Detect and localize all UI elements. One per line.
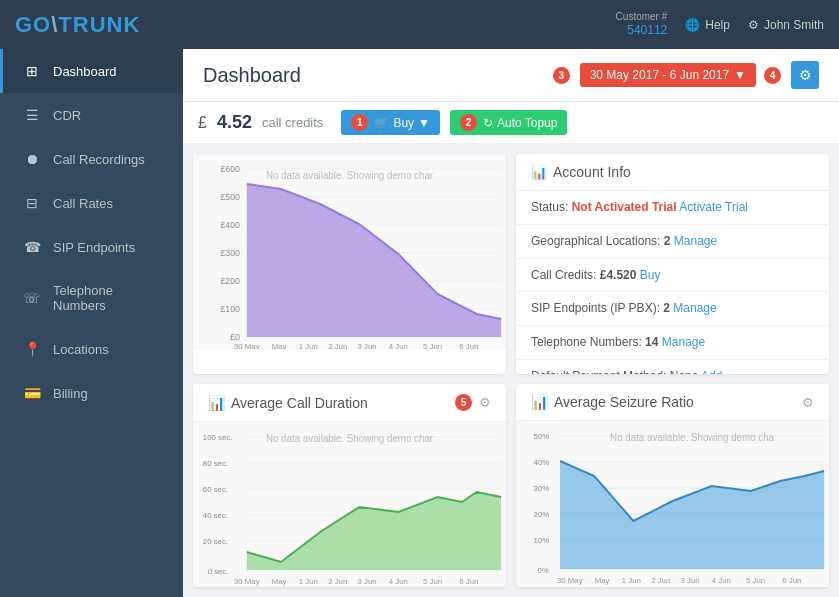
geo-manage-link[interactable]: Manage [674,234,717,248]
dashboard-settings-button[interactable]: ⚙ [791,61,819,89]
top-right-area: Customer # 540112 🌐 Help ⚙ John Smith [616,10,824,39]
sidebar-item-call-rates[interactable]: ⊟ Call Rates [0,181,183,225]
chart-bar-icon: 📊 [531,165,547,180]
content-area: Dashboard 3 30 May 2017 - 6 Jun 2017 ▼ 4… [183,49,839,597]
svg-text:£400: £400 [220,220,240,230]
call-cost-chart-card: £600 £500 £400 £300 £200 £100 £0 [193,154,506,374]
sidebar-item-dashboard[interactable]: ⊞ Dashboard [0,49,183,93]
buy-chevron: ▼ [418,116,430,130]
svg-text:30 May: 30 May [234,577,260,586]
svg-text:30%: 30% [534,484,550,493]
svg-text:3 Jun: 3 Jun [358,342,377,349]
sidebar-item-cdr[interactable]: ☰ CDR [0,93,183,137]
svg-text:May: May [272,577,287,586]
date-range-badge: 3 [553,67,570,84]
credits-key: Call Credits: [531,268,596,282]
currency-symbol: £ [198,114,207,132]
call-cost-svg: £600 £500 £400 £300 £200 £100 £0 [193,154,506,349]
svg-text:4 Jun: 4 Jun [389,577,408,586]
avg-seizure-chart-card: 📊 Average Seizure Ratio ⚙ 50% 40% 30% 20… [516,384,829,587]
svg-text:6 Jun: 6 Jun [782,576,801,585]
avg-duration-label: Average Call Duration [231,395,368,411]
payment-value: None [670,369,699,374]
svg-text:80 sec.: 80 sec. [203,459,228,468]
svg-text:10%: 10% [534,536,550,545]
sidebar-label-locations: Locations [53,342,109,357]
sidebar-item-sip-endpoints[interactable]: ☎ SIP Endpoints [0,225,183,269]
sidebar-item-billing[interactable]: 💳 Billing [0,371,183,415]
svg-text:40 sec.: 40 sec. [203,511,228,520]
svg-text:4 Jun: 4 Jun [389,342,408,349]
account-info-rows: Status: Not Activated Trial Activate Tri… [516,191,829,374]
tel-key: Telephone Numbers: [531,335,642,349]
user-menu[interactable]: ⚙ John Smith [748,18,824,32]
date-range-label: 30 May 2017 - 6 Jun 2017 [590,68,729,82]
chart-icon-seizure: 📊 [531,394,548,410]
sidebar-label-dashboard: Dashboard [53,64,117,79]
svg-text:20%: 20% [534,510,550,519]
svg-text:1 Jun: 1 Jun [299,577,318,586]
logo-go: GO [15,12,51,37]
svg-text:1 Jun: 1 Jun [299,342,318,349]
cart-icon: 🛒 [374,116,389,130]
chevron-down-icon: ▼ [734,68,746,82]
avg-duration-title: 📊 Average Call Duration [208,395,368,411]
date-range-button[interactable]: 30 May 2017 - 6 Jun 2017 ▼ [580,63,756,87]
credits-value: £4.520 [600,268,637,282]
svg-text:£100: £100 [220,304,240,314]
tel-manage-link[interactable]: Manage [662,335,705,349]
user-label: John Smith [764,18,824,32]
svg-text:0%: 0% [538,566,549,575]
svg-text:£500: £500 [220,192,240,202]
settings-gear-icon: ⚙ [799,67,812,83]
payment-method-row: Default Payment Method: None Add [516,360,829,374]
avg-seizure-svg: 50% 40% 30% 20% 10% 0% N [516,421,829,586]
sidebar-item-locations[interactable]: 📍 Locations [0,327,183,371]
payment-add-link[interactable]: Add [701,369,722,374]
geo-locations-row: Geographical Locations: 2 Manage [516,225,829,259]
sidebar-label-billing: Billing [53,386,88,401]
sidebar-label-sip-endpoints: SIP Endpoints [53,240,135,255]
main-layout: ⊞ Dashboard ☰ CDR ⏺ Call Recordings ⊟ Ca… [0,49,839,597]
avg-duration-header: 📊 Average Call Duration 5 ⚙ [193,384,506,422]
customer-label: Customer # [616,10,668,23]
autotopup-button[interactable]: 2 ↻ Auto Topup [450,110,568,135]
svg-text:5 Jun: 5 Jun [423,342,442,349]
autotopup-badge: 2 [460,114,477,131]
billing-icon: 💳 [23,385,41,401]
svg-text:30 May: 30 May [234,342,260,349]
status-row: Status: Not Activated Trial Activate Tri… [516,191,829,225]
svg-text:No data available. Showing dem: No data available. Showing demo char [266,170,434,181]
chart-icon-duration: 📊 [208,395,225,411]
svg-text:No data available. Showing dem: No data available. Showing demo cha [610,432,774,443]
settings-badge: 4 [764,67,781,84]
svg-text:May: May [272,342,287,349]
sidebar-item-call-recordings[interactable]: ⏺ Call Recordings [0,137,183,181]
refresh-icon: ↻ [483,116,493,130]
activate-trial-link[interactable]: Activate Trial [679,200,748,214]
svg-text:60 sec.: 60 sec. [203,485,228,494]
credits-buy-link[interactable]: Buy [640,268,661,282]
logo: GO\TRUNK [15,12,140,38]
account-info-card: 📊 Account Info Status: Not Activated Tri… [516,154,829,374]
svg-text:20 sec.: 20 sec. [203,537,228,546]
duration-badge: 5 [455,394,472,411]
seizure-gear-icon[interactable]: ⚙ [802,395,814,410]
help-button[interactable]: 🌐 Help [685,18,730,32]
sidebar-item-telephone-numbers[interactable]: ☏ Telephone Numbers [0,269,183,327]
svg-text:5 Jun: 5 Jun [746,576,765,585]
svg-text:2 Jun: 2 Jun [328,342,347,349]
buy-button[interactable]: 1 🛒 Buy ▼ [341,110,440,135]
account-info-title: Account Info [553,164,631,180]
dashboard-icon: ⊞ [23,63,41,79]
locations-icon: 📍 [23,341,41,357]
svg-text:40%: 40% [534,458,550,467]
sip-manage-link[interactable]: Manage [673,301,716,315]
telephone-numbers-row: Telephone Numbers: 14 Manage [516,326,829,360]
credits-row: Call Credits: £4.520 Buy [516,259,829,293]
geo-key: Geographical Locations: [531,234,660,248]
help-label: Help [705,18,730,32]
duration-gear-icon[interactable]: ⚙ [479,395,491,410]
credits-label: call credits [262,115,323,130]
svg-text:3 Jun: 3 Jun [681,576,700,585]
